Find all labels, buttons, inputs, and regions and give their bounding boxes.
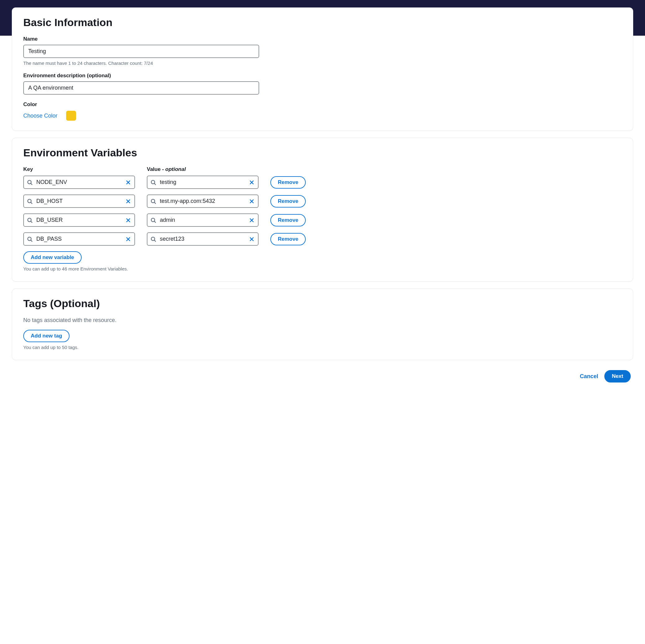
clear-key-button[interactable] [124,197,133,206]
clear-key-button[interactable] [124,178,133,187]
key-input[interactable] [23,232,135,246]
env-vars-card: Environment Variables Key Value - option… [12,138,633,282]
value-input[interactable] [147,176,258,189]
env-vars-header: Key Value - optional [23,166,265,173]
value-input-wrap [147,232,258,246]
description-input[interactable] [23,81,259,95]
form-footer: Cancel Next [12,367,633,386]
tags-title: Tags (Optional) [23,298,622,310]
remove-variable-button[interactable]: Remove [270,195,306,208]
env-vars-rows: RemoveRemoveRemoveRemove [23,176,622,246]
color-label: Color [23,101,622,108]
add-variable-button[interactable]: Add new variable [23,251,82,264]
name-input[interactable] [23,45,259,58]
value-input-wrap [147,176,258,189]
env-vars-title: Environment Variables [23,147,622,159]
key-input-wrap [23,176,135,189]
value-input[interactable] [147,195,258,208]
key-input[interactable] [23,214,135,227]
basic-info-card: Basic Information Name The name must hav… [12,7,633,131]
clear-value-button[interactable] [247,178,256,187]
name-group: Name The name must have 1 to 24 characte… [23,36,622,66]
env-vars-help-text: You can add up to 46 more Environment Va… [23,266,622,271]
color-group: Color Choose Color [23,101,622,121]
name-label: Name [23,36,622,42]
cancel-button[interactable]: Cancel [580,373,598,380]
env-var-row: Remove [23,214,622,227]
key-input-wrap [23,232,135,246]
clear-key-button[interactable] [124,216,133,225]
value-input[interactable] [147,214,258,227]
key-input[interactable] [23,195,135,208]
next-button[interactable]: Next [604,370,631,382]
tags-empty-text: No tags associated with the resource. [23,317,622,324]
value-input-wrap [147,195,258,208]
color-swatch [66,111,76,121]
remove-variable-button[interactable]: Remove [270,176,306,189]
choose-color-button[interactable]: Choose Color [23,112,57,119]
tags-help-text: You can add up to 50 tags. [23,345,622,350]
remove-variable-button[interactable]: Remove [270,214,306,227]
name-help-text: The name must have 1 to 24 characters. C… [23,60,622,66]
description-label: Environment description (optional) [23,73,622,79]
description-group: Environment description (optional) [23,73,622,95]
value-column-label: Value - optional [147,166,258,173]
env-var-row: Remove [23,195,622,208]
key-input-wrap [23,214,135,227]
key-input-wrap [23,195,135,208]
value-input[interactable] [147,232,258,246]
clear-value-button[interactable] [247,197,256,206]
env-var-row: Remove [23,176,622,189]
clear-key-button[interactable] [124,235,133,244]
key-input[interactable] [23,176,135,189]
value-input-wrap [147,214,258,227]
basic-info-title: Basic Information [23,16,622,29]
add-tag-button[interactable]: Add new tag [23,330,69,342]
key-column-label: Key [23,166,135,173]
env-var-row: Remove [23,232,622,246]
form-container: Basic Information Name The name must hav… [0,0,645,393]
remove-variable-button[interactable]: Remove [270,233,306,245]
clear-value-button[interactable] [247,216,256,225]
tags-card: Tags (Optional) No tags associated with … [12,289,633,360]
clear-value-button[interactable] [247,235,256,244]
